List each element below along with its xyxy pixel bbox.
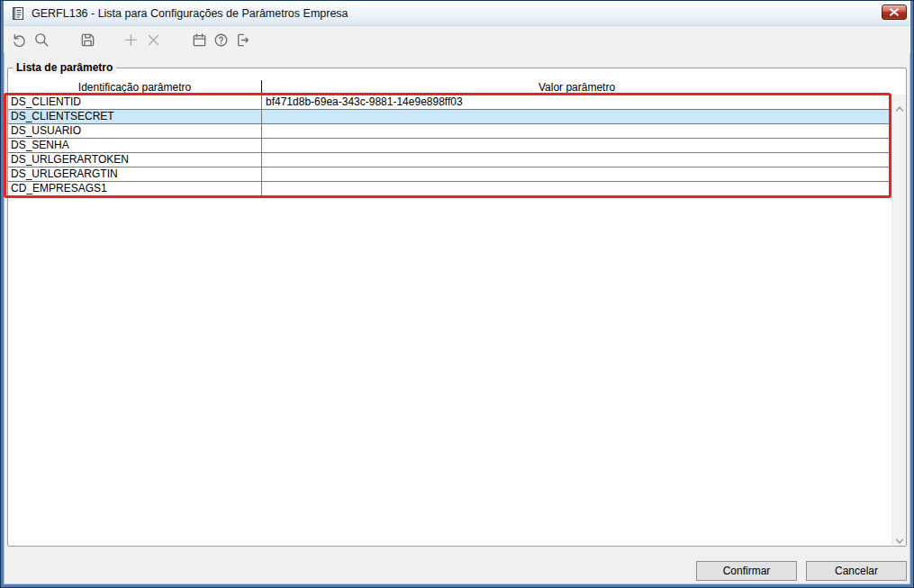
row-id-cell: DS_USUARIO xyxy=(8,124,262,138)
row-id-cell: CD_EMPRESAGS1 xyxy=(8,182,262,195)
row-value-cell xyxy=(262,110,891,123)
vertical-scrollbar[interactable] xyxy=(891,95,906,545)
header-identificacao: Identificação parâmetro xyxy=(8,80,262,95)
exit-icon[interactable] xyxy=(234,32,251,49)
save-icon[interactable] xyxy=(79,32,96,49)
add-icon[interactable] xyxy=(122,32,140,49)
table-row[interactable]: CD_EMPRESAGS1 xyxy=(8,182,891,196)
titlebar[interactable]: GERFL136 - Lista para Configurações de P… xyxy=(4,1,910,26)
chevron-down-icon[interactable] xyxy=(895,532,904,539)
row-id-cell: DS_CLIENTSECRET xyxy=(8,110,262,123)
grid-header: Identificação parâmetro Valor parâmetro xyxy=(8,80,891,95)
table-row[interactable]: DS_URLGERARTOKEN xyxy=(8,153,891,167)
row-id-cell: DS_URLGERARTOKEN xyxy=(8,153,262,167)
undo-icon[interactable] xyxy=(11,32,28,49)
row-id-cell: DS_URLGERARGTIN xyxy=(8,167,262,181)
document-icon xyxy=(11,6,25,21)
row-value-cell xyxy=(262,182,891,195)
window-title: GERFL136 - Lista para Configurações de P… xyxy=(32,7,348,20)
row-value-cell xyxy=(262,167,891,181)
table-row[interactable]: DS_CLIENTID bf471d8b-69ea-343c-9881-14e9… xyxy=(8,95,891,110)
row-value-cell: bf471d8b-69ea-343c-9881-14e9e898ff03 xyxy=(262,95,891,109)
table-row[interactable]: DS_CLIENTSECRET xyxy=(8,110,891,124)
row-value-cell xyxy=(262,124,891,138)
confirm-button[interactable]: Confirmar xyxy=(696,561,797,581)
toolbar xyxy=(4,26,910,53)
close-icon[interactable] xyxy=(882,5,907,20)
delete-icon[interactable] xyxy=(145,32,162,49)
table-row[interactable]: DS_URLGERARGTIN xyxy=(8,167,891,182)
cancel-button[interactable]: Cancelar xyxy=(806,561,907,581)
groupbox-label: Lista de parâmetro xyxy=(13,61,116,74)
table-row[interactable]: DS_SENHA xyxy=(8,139,891,153)
application-window: GERFL136 - Lista para Configurações de P… xyxy=(0,0,914,588)
chevron-up-icon[interactable] xyxy=(895,100,904,107)
table-row[interactable]: DS_USUARIO xyxy=(8,124,891,139)
row-id-cell: DS_CLIENTID xyxy=(8,95,262,109)
row-value-cell xyxy=(262,139,891,152)
calendar-icon[interactable] xyxy=(191,32,208,49)
help-icon[interactable] xyxy=(213,32,230,49)
grid-rows: DS_CLIENTID bf471d8b-69ea-343c-9881-14e9… xyxy=(8,95,891,196)
header-valor: Valor parâmetro xyxy=(262,80,891,95)
row-value-cell xyxy=(262,153,891,167)
search-icon[interactable] xyxy=(33,32,50,49)
row-id-cell: DS_SENHA xyxy=(8,139,262,152)
